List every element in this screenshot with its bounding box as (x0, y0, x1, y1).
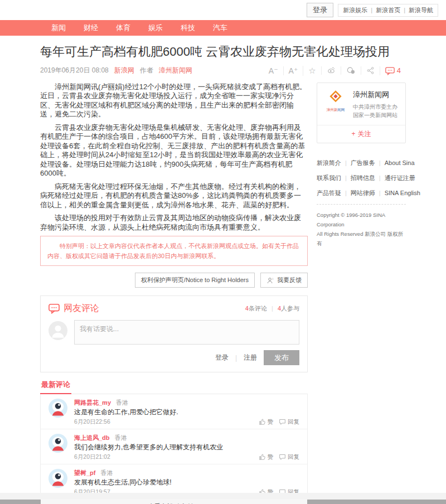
like-button[interactable]: 赞 (259, 453, 274, 461)
reply-bubble-icon (279, 418, 286, 425)
nav-item-ent[interactable]: 娱乐 (148, 23, 163, 33)
link-sina-nav[interactable]: 新浪导航 (409, 6, 433, 14)
commenter-name[interactable]: 望树_pf (74, 469, 96, 476)
nav-item-tech[interactable]: 科技 (181, 23, 195, 33)
comment-time: 6月20日21:02 (74, 453, 110, 461)
commenter-location: 香港 (101, 469, 113, 476)
reply-button[interactable]: 回复 (279, 418, 299, 425)
top-utility-bar: 登录 新浪娱乐 | 新浪首页 | 新浪导航 (0, 0, 446, 20)
font-increase-icon[interactable]: A⁺ (283, 66, 303, 75)
view-all-comments-link[interactable]: 查看全部4条评论 > (41, 499, 307, 504)
thumb-up-icon (259, 453, 266, 461)
rights-row: 权利保护声明页/Notice to Right Holders i 我要反馈 (40, 273, 308, 288)
copyright: Copyright © 1996-2019 SINA Corporation A… (317, 210, 406, 248)
link-sina-home[interactable]: 新浪首页 (376, 6, 400, 14)
comments-stats: 4条评论 | 4人参与 (245, 304, 299, 313)
publish-date: 2019年06月20日 08:08 (40, 66, 109, 75)
svg-text:i: i (273, 277, 273, 280)
article-paragraph: 云霄县农业废弃物无害化处理场是集机械研发、无害化处理、废弃物再利用及有机肥生产于… (40, 123, 308, 178)
rights-notice-button[interactable]: 权利保护声明页/Notice to Right Holders (135, 273, 255, 288)
comment-text: 我们会继续努力,也希望更多的人理解支持有机农业 (74, 443, 299, 452)
nav-item-finance[interactable]: 财经 (84, 23, 98, 33)
feedback-button[interactable]: i 我要反馈 (260, 273, 308, 288)
article-paragraph: 漳州新闻网讯(卢丽娟)经过12个小时的处理，一头病死猪就变成了高档有机肥。近日，… (40, 83, 308, 119)
author-link[interactable]: 漳州新闻网 (159, 66, 192, 75)
guest-avatar (49, 320, 67, 341)
comment-input[interactable] (74, 320, 299, 345)
source-card: 漳州新闻网 漳州新闻网 中共漳州市委主办国家一类新闻网站 +关注 (317, 83, 406, 143)
divider (317, 204, 406, 205)
link-sina-intro[interactable]: 新浪简介 (317, 159, 341, 167)
nav-item-auto[interactable]: 汽车 (213, 23, 227, 33)
commenter-location: 香港 (115, 434, 127, 441)
comments-count-tool[interactable]: 4 (380, 66, 406, 75)
article-meta: 2019年06月20日 08:08 新浪网 作者 漳州新闻网 A⁻ A⁺ ☆ 4 (40, 66, 406, 76)
comments-tabs: 最新评论 (40, 379, 308, 394)
link-contact-us[interactable]: 联系我们 (317, 174, 341, 182)
comment-bubble-icon (385, 66, 395, 75)
feedback-person-icon: i (266, 277, 275, 284)
article-paragraph: 该处理场的投用对于有效防止云霄及其周边地区的动物疫病传播，解决农业废弃物污染环境… (40, 214, 308, 232)
link-about-sina[interactable]: About Sina (385, 159, 415, 166)
page-footer-band (0, 493, 446, 500)
comment-register-link[interactable]: 注册 (244, 353, 257, 362)
comment-text: 这是有生命的工作,用爱心把它做好. (74, 408, 299, 416)
author-label: 作者 (140, 66, 153, 75)
source-name[interactable]: 漳州新闻网 (353, 90, 400, 100)
source-logo: 漳州新闻网 (323, 90, 348, 119)
link-jobs[interactable]: 招聘信息 (351, 174, 375, 182)
publish-button[interactable]: 发布 (264, 350, 299, 365)
comments-title: 网友评论 (64, 303, 99, 314)
share-icon[interactable] (361, 66, 380, 75)
link-site-lawyer[interactable]: 网站律师 (351, 189, 375, 197)
link-sina-english[interactable]: SINA English (385, 190, 420, 196)
commenter-name[interactable]: 网路昙花_my (74, 399, 111, 406)
link-product-faq[interactable]: 产品答疑 (317, 189, 341, 197)
reply-bubble-icon (279, 453, 286, 461)
article-body: 漳州新闻网讯(卢丽娟)经过12个小时的处理，一头病死猪就变成了高档有机肥。近日，… (40, 83, 308, 232)
commenter-avatar (49, 469, 67, 488)
login-button[interactable]: 登录 (307, 3, 334, 17)
divider: | (235, 354, 237, 362)
comment-item: 网路昙花_my 香港 这是有生命的工作,用爱心把它做好. 6月20日22:56 … (41, 394, 307, 429)
thumb-up-icon (259, 418, 266, 425)
nav-item-sports[interactable]: 体育 (116, 23, 130, 33)
link-passport-register[interactable]: 通行证注册 (385, 174, 415, 182)
comment-login-link[interactable]: 登录 (215, 353, 229, 362)
comments-bubble-icon (49, 303, 60, 314)
comments-list: 网路昙花_my 香港 这是有生命的工作,用爱心把它做好. 6月20日22:56 … (40, 394, 308, 504)
source-description: 中共漳州市委主办国家一类新闻网站 (353, 103, 400, 119)
divider: | (371, 7, 372, 13)
commenter-name[interactable]: 海上追风_db (74, 434, 110, 441)
sidebar-links: 新浪简介| 广告服务| About Sina 联系我们| 招聘信息| 通行证注册… (317, 159, 406, 248)
commenter-location: 香港 (116, 399, 128, 406)
wechat-share-icon[interactable] (341, 66, 361, 75)
tab-latest-comments[interactable]: 最新评论 (40, 380, 71, 394)
special-statement: 特别声明：以上文章内容仅代表作者本人观点，不代表新浪网观点或立场。如有关于作品内… (40, 236, 308, 266)
link-ad-service[interactable]: 广告服务 (351, 159, 375, 167)
like-button[interactable]: 赞 (259, 418, 274, 425)
commenter-avatar (49, 399, 67, 418)
portal-links: 新浪娱乐 | 新浪首页 | 新浪导航 (338, 4, 438, 17)
weibo-share-icon[interactable] (321, 66, 341, 75)
source-link[interactable]: 新浪网 (114, 66, 134, 75)
main-nav: 新闻 财经 体育 娱乐 科技 汽车 (0, 20, 446, 36)
sidebar: 漳州新闻网 漳州新闻网 中共漳州市委主办国家一类新闻网站 +关注 新浪简介| 广… (317, 83, 406, 504)
comment-section: 网友评论 4条评论 | 4人参与 登录 | 注册 发布 (40, 295, 308, 372)
page-title: 每年可生产高档有机肥6000吨 云霄农业废弃物无害化处理场投用 (40, 43, 406, 60)
comment-item: 海上追风_db 香港 我们会继续努力,也希望更多的人理解支持有机农业 6月20日… (41, 429, 307, 464)
link-sina-ent[interactable]: 新浪娱乐 (343, 6, 367, 14)
article-tools: A⁻ A⁺ ☆ 4 (264, 66, 406, 76)
commenter-avatar (49, 434, 67, 453)
comment-text: 发展有机生态生活,同心珍爱地球! (74, 478, 299, 487)
comment-header: 网友评论 4条评论 | 4人参与 (49, 303, 299, 314)
comment-count: 4 (397, 66, 401, 75)
follow-button[interactable]: +关注 (317, 125, 405, 143)
nav-item-news[interactable]: 新闻 (51, 23, 66, 33)
font-decrease-icon[interactable]: A⁻ (264, 66, 283, 75)
reply-button[interactable]: 回复 (279, 453, 299, 461)
favorite-star-icon[interactable]: ☆ (303, 66, 321, 76)
comment-time: 6月20日22:56 (74, 418, 110, 425)
plus-icon: + (351, 130, 355, 138)
divider: | (404, 7, 405, 13)
